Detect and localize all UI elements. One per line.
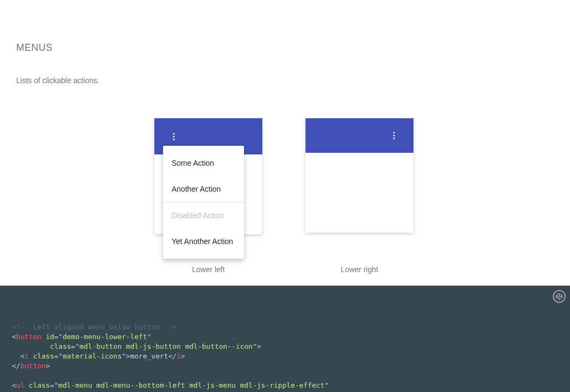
menu-item-some-action[interactable]: Some Action	[163, 150, 244, 176]
menu-lower-left: Some Action Another Action Disabled Acti…	[163, 146, 244, 259]
page-subtitle: Lists of clickable actions.	[0, 53, 570, 85]
demo-card-lower-right	[306, 118, 413, 233]
more-vert-button-right[interactable]	[385, 127, 403, 144]
svg-point-4	[393, 135, 395, 137]
code-snippet: <!-- Left aligned menu below button --> …	[0, 286, 570, 392]
more-vert-icon	[169, 132, 179, 141]
svg-point-0	[173, 133, 175, 134]
caption-lower-right: Lower right	[306, 265, 413, 274]
menu-item-yet-another-action[interactable]: Yet Another Action	[163, 228, 244, 254]
svg-point-1	[173, 136, 175, 137]
svg-point-2	[173, 138, 175, 140]
card-toolbar	[306, 118, 413, 153]
caption-lower-left: Lower left	[154, 265, 262, 274]
more-vert-icon	[389, 131, 399, 140]
more-vert-button-left[interactable]	[165, 128, 182, 145]
svg-point-5	[393, 138, 395, 139]
menu-item-another-action[interactable]: Another Action	[163, 176, 244, 202]
demo-area: Some Action Another Action Disabled Acti…	[0, 118, 570, 286]
svg-point-3	[393, 132, 395, 133]
page-title: MENUS	[16, 42, 554, 53]
codepen-icon[interactable]	[553, 290, 566, 303]
menu-item-disabled-action: Disabled Action	[163, 202, 244, 228]
